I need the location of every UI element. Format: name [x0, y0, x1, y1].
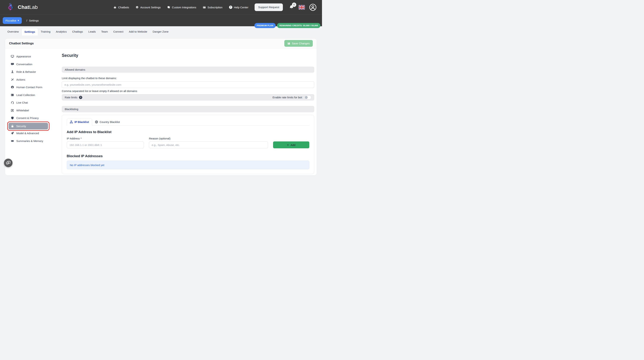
reason-field-group: Reason (optional) [149, 137, 268, 148]
ip-address-input[interactable] [67, 141, 144, 148]
nav-label: Custom Integrations [172, 6, 196, 9]
user-avatar[interactable] [309, 3, 316, 11]
breadcrumb-page: Settings [29, 19, 39, 22]
sidebar-item-label: Consent & Privacy [16, 116, 38, 119]
tab-analytics[interactable]: Analytics [53, 28, 70, 35]
annotation-highlight-ring: Security [7, 121, 50, 131]
sidebar-item-whitelabel[interactable]: Whitelabel [8, 107, 48, 114]
magic-wand-icon [11, 78, 14, 81]
sidebar-item-role-behavior[interactable]: Role & Behavior [8, 68, 48, 75]
sidebar-item-live-chat[interactable]: Live Chat [8, 99, 48, 106]
sidebar-item-consent-privacy[interactable]: Consent & Privacy [8, 115, 48, 121]
chatlab-logo[interactable]: ChatLab [6, 2, 38, 12]
sidebar-item-appearance[interactable]: Appearance [8, 53, 48, 60]
save-icon [288, 42, 290, 45]
remaining-credits-badge: REMAINING CREDITS: 50,000 / 50,000 [277, 23, 320, 28]
memory-chip-icon [11, 139, 14, 142]
bot-name: PizzaBot [6, 19, 16, 22]
reason-input[interactable] [149, 141, 268, 148]
add-ip-form: IP Address * Reason (optional) + Add [67, 137, 309, 148]
help-chat-widget-button[interactable]: ? [4, 159, 12, 167]
sidebar-item-label: Actions [16, 78, 25, 81]
sidebar-item-human-contact-form[interactable]: Human Contact Form [8, 84, 48, 90]
tab-chatlogs[interactable]: Chatlogs [70, 28, 86, 35]
nav-item-help-center[interactable]: ? Help Center [229, 5, 248, 9]
brand-light: Lab [29, 4, 38, 10]
notifications-button[interactable]: 0 [289, 5, 294, 10]
notification-count-badge: 0 [292, 2, 296, 7]
settings-sidebar: Appearance Conversation Role & Behavior … [5, 48, 58, 175]
question-circle-icon: ? [229, 5, 232, 9]
tab-leads[interactable]: Leads [86, 28, 98, 35]
network-icon [70, 120, 73, 123]
question-glyph: ? [230, 6, 231, 8]
monitor-icon [11, 55, 14, 58]
blocked-ips-title: Blocked IP Addresses [67, 154, 309, 158]
nav-item-subscription[interactable]: Subscription [203, 6, 222, 9]
rate-limits-toggle[interactable] [304, 95, 311, 99]
chevron-down-icon: ▾ [18, 19, 19, 22]
language-flag-uk-icon[interactable] [298, 5, 305, 9]
add-button-label: Add [291, 143, 296, 146]
sidebar-item-conversation[interactable]: Conversation [8, 61, 48, 67]
tab-country-blacklist[interactable]: Country Blacklist [92, 118, 123, 126]
ip-address-label: IP Address * [67, 137, 144, 140]
reason-label: Reason (optional) [149, 137, 268, 140]
plan-badges: PREMIUM PLAN REMAINING CREDITS: 50,000 /… [254, 23, 320, 28]
sidebar-item-lead-collection[interactable]: Lead Collection [8, 92, 48, 98]
brand-bold: Chat [18, 4, 29, 10]
sidebar-item-label: Security [16, 125, 26, 128]
sidebar-item-security[interactable]: Security [8, 123, 48, 129]
sidebar-item-label: Summaries & Memory [16, 139, 43, 142]
blacklist-tabs: IP Blacklist Country Blacklist [67, 118, 309, 126]
tab-settings[interactable]: Settings [22, 28, 38, 35]
sidebar-item-label: Role & Behavior [16, 70, 36, 73]
rocket-icon [11, 132, 14, 135]
globe-icon [95, 120, 98, 123]
rate-limits-toggle-group: Enable rate limits for bot: [272, 95, 311, 99]
contact-card-icon [11, 93, 14, 96]
bot-selector-dropdown[interactable]: PizzaBot ▾ [3, 17, 22, 24]
nav-item-account-settings[interactable]: Account Settings [136, 6, 161, 9]
tab-connect[interactable]: Connect [110, 28, 126, 35]
tab-team[interactable]: Team [98, 28, 110, 35]
chatbot-settings-card: Chatbot Settings Save Changes Appearance… [5, 38, 317, 175]
sidebar-item-label: Model & Advanced [16, 132, 39, 135]
support-request-button[interactable]: Support Request [254, 3, 283, 11]
tab-overview[interactable]: Overview [5, 28, 22, 35]
puzzle-icon [167, 6, 170, 9]
question-glyph: ? [8, 161, 10, 163]
nav-label: Account Settings [140, 6, 161, 9]
nav-item-custom-integrations[interactable]: Custom Integrations [167, 6, 196, 9]
avatar-icon [309, 3, 316, 11]
save-changes-button[interactable]: Save Changes [284, 40, 313, 47]
blacklisting-section-header: Blacklisting [62, 106, 314, 112]
card-body: Appearance Conversation Role & Behavior … [5, 48, 317, 175]
sidebar-item-model-advanced[interactable]: Model & Advanced [8, 130, 48, 137]
breadcrumb: / Settings [26, 19, 39, 22]
robot-flask-logo-icon [6, 2, 16, 12]
nav-item-chatbots[interactable]: Chatbots [114, 6, 129, 9]
tab-ip-blacklist[interactable]: IP Blacklist [67, 118, 92, 126]
empty-message: No IP addresses blocked yet [70, 164, 104, 167]
nav-label: Subscription [208, 6, 222, 9]
rate-limits-help-icon[interactable]: ? [79, 96, 82, 99]
robot-icon [114, 6, 116, 9]
add-ip-button[interactable]: + Add [273, 141, 309, 148]
page-title: Security [62, 53, 314, 58]
sidebar-item-summaries-memory[interactable]: Summaries & Memory [8, 138, 48, 144]
save-button-label: Save Changes [292, 42, 310, 45]
sidebar-item-actions[interactable]: Actions [8, 76, 48, 83]
domains-label: Limit displaying the chatbot to these do… [62, 77, 314, 80]
tab-danger-zone[interactable]: Danger Zone [150, 28, 171, 35]
allowed-domains-input[interactable] [62, 81, 314, 88]
chat-bubble-icon [11, 63, 14, 66]
ip-address-field-group: IP Address * [67, 137, 144, 148]
tab-add-to-website[interactable]: Add to Website [126, 28, 150, 35]
tab-training[interactable]: Training [38, 28, 53, 35]
top-navbar: ChatLab Chatbots Account Settings Custom… [0, 0, 322, 14]
card-title: Chatbot Settings [9, 42, 34, 45]
lock-icon [11, 125, 14, 128]
shield-icon [11, 116, 14, 119]
rate-limits-title-group: Rate limits ? [65, 96, 82, 99]
